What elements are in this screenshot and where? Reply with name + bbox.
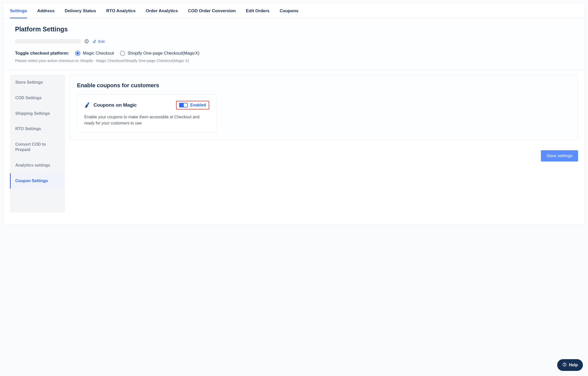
platform-settings-section: Platform Settings Edit — [3, 18, 585, 70]
help-icon — [562, 362, 567, 368]
help-button[interactable]: Help — [557, 359, 583, 371]
radio-magic-checkout[interactable]: Magic Checkout — [75, 51, 114, 56]
settings-sidebar: Store Settings COD Settings Shipping Set… — [10, 75, 65, 212]
razorpay-logo-icon — [84, 102, 90, 108]
tab-cod-order-conversion[interactable]: COD Order Conversion — [188, 3, 236, 18]
svg-point-4 — [565, 365, 565, 366]
tab-delivery-status[interactable]: Delivery Status — [65, 3, 96, 18]
radio-circle-icon — [120, 51, 125, 56]
platform-settings-title: Platform Settings — [15, 26, 578, 33]
radio-magic-checkout-label: Magic Checkout — [83, 51, 114, 56]
edit-label: Edit — [98, 39, 105, 44]
top-tabs: Settings Address Delivery Status RTO Ana… — [3, 3, 585, 18]
tab-rto-analytics[interactable]: RTO Analytics — [106, 3, 136, 18]
sidebar-item-convert-cod[interactable]: Convert COD to Prepaid — [10, 137, 65, 158]
radio-circle-icon — [75, 51, 80, 56]
sidebar-item-shipping-settings[interactable]: Shipping Settings — [10, 106, 65, 121]
coupons-on-magic-card: Coupons on Magic Enabled Enable your cou… — [77, 94, 217, 133]
radio-shopify-magicx[interactable]: Shopify One-page Checkout(MagicX) — [120, 51, 199, 56]
tab-order-analytics[interactable]: Order Analytics — [146, 3, 178, 18]
tab-address[interactable]: Address — [37, 3, 55, 18]
sidebar-item-cod-settings[interactable]: COD Settings — [10, 90, 65, 106]
enabled-toggle-highlight: Enabled — [176, 101, 209, 109]
help-label: Help — [569, 363, 578, 367]
info-icon[interactable] — [84, 39, 89, 44]
edit-icon — [92, 39, 97, 43]
sidebar-item-rto-settings[interactable]: RTO Settings — [10, 121, 65, 137]
toggle-checkout-label: Toggle checkout platform: — [15, 51, 69, 56]
platform-helper-text: Please select your active checkout on Sh… — [15, 58, 578, 63]
tab-edit-orders[interactable]: Edit Orders — [246, 3, 270, 18]
enable-coupons-toggle[interactable] — [179, 103, 188, 107]
tab-coupons[interactable]: Coupons — [280, 3, 299, 18]
edit-link[interactable]: Edit — [92, 39, 105, 44]
svg-point-2 — [87, 41, 87, 41]
store-url-placeholder — [15, 39, 81, 44]
feature-description: Enable your coupons to make them accessi… — [84, 114, 209, 126]
panel-title: Enable coupons for customers — [77, 82, 571, 89]
sidebar-item-store-settings[interactable]: Store Settings — [10, 75, 65, 90]
sidebar-item-coupon-settings[interactable]: Coupon Settings — [10, 173, 65, 189]
save-settings-button[interactable]: Save settings — [541, 150, 578, 161]
feature-title: Coupons on Magic — [93, 102, 176, 108]
sidebar-item-analytics-settings[interactable]: Analytics settings — [10, 158, 65, 173]
radio-shopify-magicx-label: Shopify One-page Checkout(MagicX) — [128, 51, 199, 56]
toggle-state-label: Enabled — [190, 103, 206, 107]
tab-settings[interactable]: Settings — [10, 3, 27, 18]
coupon-settings-panel: Enable coupons for customers Coupons on … — [70, 75, 578, 140]
